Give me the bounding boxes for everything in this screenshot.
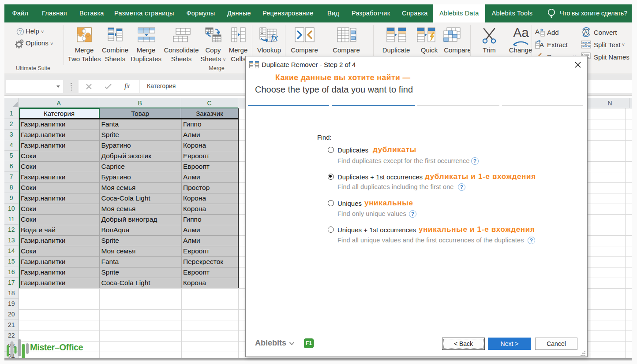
svg-text:A: A xyxy=(540,41,544,48)
svg-text:?: ? xyxy=(19,29,22,34)
svg-text:fx: fx xyxy=(271,32,278,42)
svg-text:A: A xyxy=(584,30,588,35)
svg-text:A: A xyxy=(535,28,540,35)
